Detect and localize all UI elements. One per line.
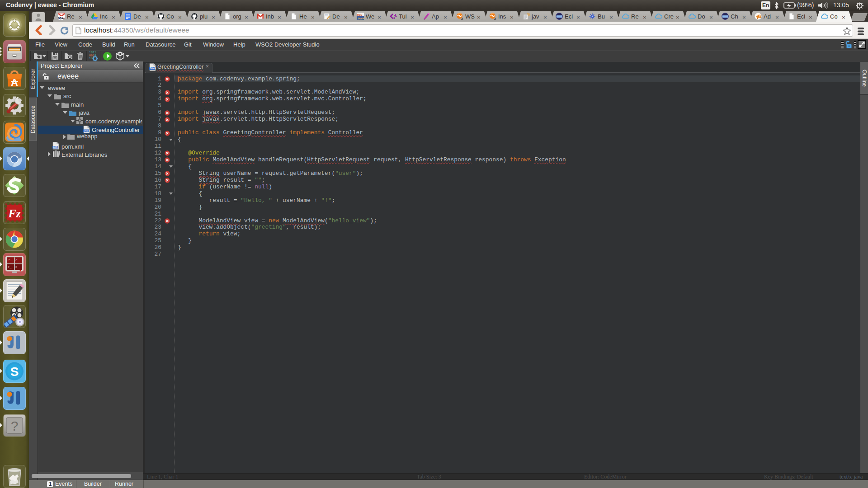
svg-text:>: > [15, 258, 17, 262]
svg-text:JAVA: JAVA [150, 67, 156, 70]
svg-text:pom: pom [52, 145, 58, 148]
svg-text:edu: edu [357, 13, 363, 16]
svg-text:Fz: Fz [8, 207, 21, 220]
svg-text:2: 2 [461, 17, 463, 20]
svg-text:JAVA: JAVA [84, 129, 90, 132]
svg-text:>_: >_ [8, 258, 12, 262]
svg-text:S: S [10, 365, 19, 379]
svg-text:2: 2 [494, 17, 496, 20]
svg-text:?: ? [11, 418, 19, 433]
svg-text:90+: 90+ [58, 16, 64, 20]
svg-text:>_: >_ [8, 265, 12, 269]
svg-text:>: > [15, 265, 17, 269]
svg-text:JAVA: JAVA [358, 17, 364, 20]
